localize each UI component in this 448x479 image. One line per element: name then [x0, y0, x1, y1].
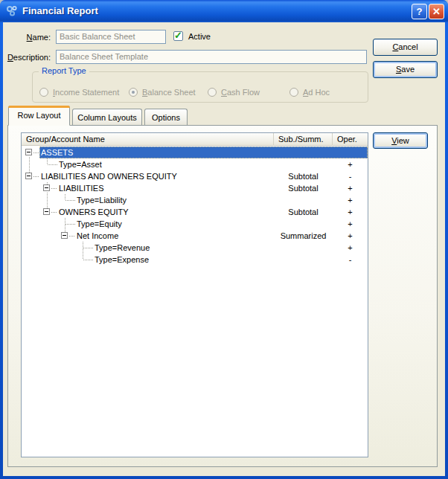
row-sub-summ	[274, 218, 333, 230]
radio-income-statement[interactable]: Income Statement	[39, 87, 119, 97]
row-oper: +	[333, 230, 368, 242]
row-name: Type=Equity	[77, 218, 122, 230]
description-field[interactable]: Balance Sheet Template	[56, 50, 367, 64]
tree-guide-line	[83, 260, 93, 260]
tree-guide-line	[33, 176, 39, 177]
table-row[interactable]: ASSETSSubtotal+	[22, 147, 368, 158]
row-oper: +	[333, 218, 368, 230]
active-checkbox[interactable]: ✓	[173, 31, 183, 41]
window-title: Financial Report	[22, 5, 98, 16]
tree-guide-line	[48, 164, 57, 165]
row-name: Type=Asset	[59, 158, 102, 170]
name-label: Name:	[3, 33, 51, 42]
row-name: Type=Expense	[95, 254, 149, 266]
row-name: Type=Liability	[77, 194, 127, 206]
name-field[interactable]: Basic Balance Sheet	[56, 30, 166, 44]
row-sub-summ	[274, 194, 333, 206]
title-bar[interactable]: Financial Report ? ✕	[0, 0, 448, 22]
tree-guide-line	[65, 194, 65, 200]
table-row[interactable]: Type=Asset+	[22, 158, 368, 170]
tree-guide-line	[65, 224, 75, 225]
report-type-groupbox: Report Type Income StatementBalance Shee…	[32, 71, 368, 103]
row-sub-summ	[274, 254, 333, 266]
row-sub-summ	[274, 158, 333, 170]
row-oper: +	[333, 182, 368, 194]
tree-collapse-icon[interactable]	[43, 208, 50, 215]
row-name: Type=Revenue	[95, 242, 150, 254]
report-type-legend: Report Type	[39, 66, 89, 75]
cancel-button[interactable]: Cancel	[373, 39, 438, 56]
row-oper: +	[333, 158, 368, 170]
tab-column-layouts[interactable]: Column Layouts	[72, 109, 142, 125]
app-icon	[6, 5, 18, 17]
column-header-oper[interactable]: Oper.	[333, 133, 368, 146]
table-row[interactable]: OWNERS EQUITYSubtotal+	[22, 206, 368, 218]
check-icon: ✓	[174, 30, 182, 41]
tree-collapse-icon[interactable]	[61, 232, 68, 239]
radio-icon	[129, 88, 138, 97]
tree-guide-line	[47, 194, 48, 206]
description-label: Description:	[3, 53, 51, 62]
radio-label: Ad Hoc	[303, 88, 330, 97]
tree-guide-line	[29, 158, 30, 170]
table-row[interactable]: Type=Liability+	[22, 194, 368, 206]
dialog-body: Name: Basic Balance Sheet ✓ Active Descr…	[3, 22, 445, 476]
radio-cash-flow[interactable]: Cash Flow	[208, 87, 260, 97]
row-layout-table[interactable]: Group/Account Name Sub./Summ. Oper. ASSE…	[21, 132, 368, 457]
row-oper: -	[333, 254, 368, 266]
radio-icon	[289, 88, 298, 97]
financial-report-dialog: Financial Report ? ✕ Name: Basic Balance…	[0, 0, 448, 479]
help-button[interactable]: ?	[412, 4, 427, 19]
column-header-sub-summ[interactable]: Sub./Summ.	[274, 133, 333, 146]
radio-balance-sheet[interactable]: Balance Sheet	[129, 87, 196, 97]
tree-collapse-icon[interactable]	[43, 184, 50, 191]
table-row[interactable]: Type=Expense-	[22, 254, 368, 266]
tab-strip: Row LayoutColumn LayoutsOptions	[3, 106, 445, 126]
save-button[interactable]: Save	[373, 61, 438, 78]
active-label: Active	[188, 32, 211, 41]
tree-guide-line	[65, 200, 75, 201]
tree-guide-line	[83, 254, 83, 260]
row-sub-summ	[274, 242, 333, 254]
radio-label: Cash Flow	[221, 88, 260, 97]
row-name: LIABILITIES AND OWNERS EQUITY	[41, 170, 177, 182]
row-oper: +	[333, 206, 368, 218]
table-row[interactable]: Type=Equity+	[22, 218, 368, 230]
row-oper: -	[333, 170, 368, 182]
row-oper: +	[333, 194, 368, 206]
table-row[interactable]: LIABILITIES AND OWNERS EQUITYSubtotal-	[22, 170, 368, 182]
row-oper: +	[333, 242, 368, 254]
close-button[interactable]: ✕	[429, 4, 444, 19]
table-header: Group/Account Name Sub./Summ. Oper.	[22, 133, 368, 146]
radio-icon	[39, 88, 48, 97]
tree-guide-line	[51, 212, 57, 213]
tree-guide-line	[83, 248, 93, 248]
table-row[interactable]: Net IncomeSummarized+	[22, 230, 368, 242]
row-name: LIABILITIES	[59, 182, 104, 194]
view-button[interactable]: View	[373, 132, 428, 149]
row-sub-summ: Subtotal	[274, 170, 333, 182]
tab-row-layout[interactable]: Row Layout	[8, 106, 70, 126]
column-header-group-account-name[interactable]: Group/Account Name	[22, 133, 274, 146]
radio-label: Income Statement	[53, 88, 119, 97]
row-name: OWNERS EQUITY	[59, 206, 129, 218]
tree-guide-line	[69, 236, 75, 237]
tree-guide-line	[47, 158, 48, 164]
table-row[interactable]: LIABILITIESSubtotal+	[22, 182, 368, 194]
tree-guide-line	[51, 188, 57, 189]
row-sub-summ: Subtotal	[274, 206, 333, 218]
radio-ad-hoc[interactable]: Ad Hoc	[289, 87, 330, 97]
row-name: ASSETS	[41, 147, 368, 158]
row-sub-summ: Summarized	[274, 230, 333, 242]
radio-label: Balance Sheet	[142, 88, 196, 97]
tree-collapse-icon[interactable]	[25, 149, 32, 155]
radio-icon	[208, 88, 217, 97]
tab-options[interactable]: Options	[144, 109, 188, 125]
row-name: Net Income	[77, 230, 118, 242]
row-sub-summ: Subtotal	[274, 182, 333, 194]
table-row[interactable]: Type=Revenue+	[22, 242, 368, 254]
tree-guide-line	[33, 152, 39, 153]
row-layout-panel: Group/Account Name Sub./Summ. Oper. ASSE…	[7, 125, 438, 467]
tree-collapse-icon[interactable]	[25, 173, 32, 179]
